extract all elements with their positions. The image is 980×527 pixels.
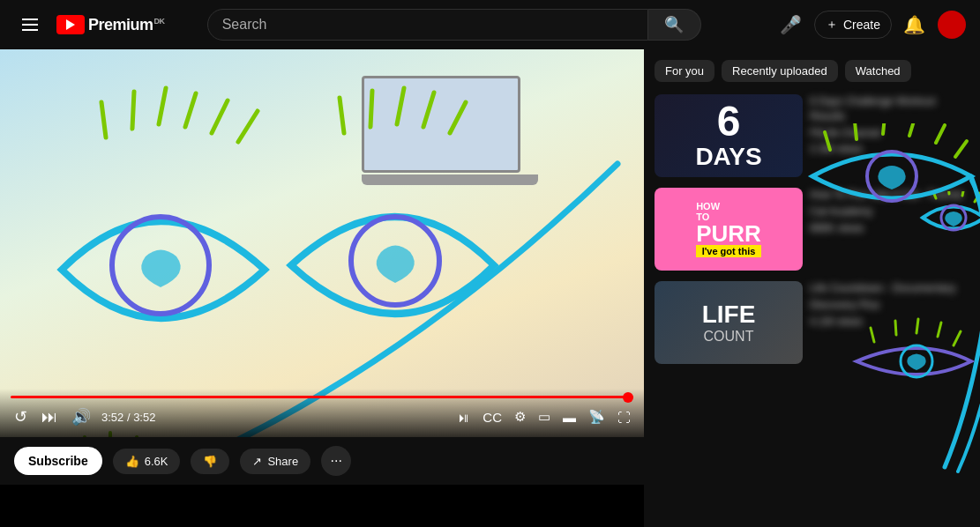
thumbnail-1: 6 DAYS [655, 94, 803, 177]
video-player[interactable]: ↺ ⏭ 🔊 3:52 / 3:52 ⏯ CC ⚙ ▭ ▬ 📡 ⛶ [0, 49, 644, 437]
logo-text: PremiumDK [88, 16, 165, 34]
like-button[interactable]: 👍 6.6K [113, 449, 181, 474]
plus-icon: ＋ [826, 17, 838, 33]
hamburger-icon [15, 11, 45, 38]
search-icon: 🔍 [664, 15, 684, 34]
video-info: Subscribe 👍 6.6K 👎 ↗ Share ··· [0, 437, 644, 485]
search-button[interactable]: 🔍 [648, 9, 701, 41]
share-button[interactable]: ↗ Share [240, 449, 310, 474]
sidebar-video-1[interactable]: 6 DAYS 6 Days Challenge Workout Results … [644, 89, 980, 182]
header: PremiumDK 🔍 🎤 ＋ Create 🔔 [0, 0, 980, 49]
skip-button[interactable]: ⏭ [38, 406, 61, 428]
sidebar-video-info-2: How To Purr Like A Cat - Tutorial Cat Ac… [810, 188, 969, 271]
volume-button[interactable]: 🔊 [68, 405, 94, 428]
sidebar-meta-1: FitLife Channel [810, 126, 969, 141]
settings-button[interactable]: ⚙ [512, 407, 528, 427]
more-actions-button[interactable]: ··· [321, 446, 351, 476]
subscribe-button[interactable]: Subscribe [14, 447, 102, 475]
right-controls: ⏯ CC ⚙ ▭ ▬ 📡 ⛶ [454, 407, 633, 427]
tab-for-you[interactable]: For you [655, 60, 714, 82]
tab-recently-uploaded[interactable]: Recently uploaded [722, 60, 838, 82]
header-actions: 🎤 ＋ Create 🔔 [775, 9, 966, 41]
video-area: ↺ ⏭ 🔊 3:52 / 3:52 ⏯ CC ⚙ ▭ ▬ 📡 ⛶ [0, 49, 644, 527]
progress-bar[interactable] [11, 396, 633, 398]
hamburger-menu[interactable] [14, 9, 46, 41]
sidebar-views-3: 4.1M views [810, 315, 969, 330]
sidebar-meta-3: Discovery Plus [810, 298, 969, 313]
progress-dot [623, 392, 633, 403]
bell-icon: 🔔 [903, 14, 925, 35]
progress-fill [11, 396, 633, 398]
search-bar [207, 9, 648, 41]
main-content: ↺ ⏭ 🔊 3:52 / 3:52 ⏯ CC ⚙ ▭ ▬ 📡 ⛶ [0, 49, 980, 527]
sidebar-views-2: 890K views [810, 221, 969, 236]
sidebar-video-3[interactable]: LIFE COUNT Life Countdown - Documentary … [644, 276, 980, 369]
autoplay-toggle[interactable]: ⏯ [454, 408, 473, 427]
laptop-illustration [362, 76, 538, 199]
fullscreen-button[interactable]: ⛶ [615, 408, 633, 427]
time-display: 3:52 / 3:52 [101, 411, 155, 424]
theater-button[interactable]: ▬ [560, 408, 579, 427]
notifications-button[interactable]: 🔔 [899, 9, 931, 41]
avatar[interactable] [938, 11, 966, 39]
logo[interactable]: PremiumDK [56, 15, 165, 34]
sidebar-title-3: Life Countdown - Documentary [810, 281, 969, 296]
share-icon: ↗ [252, 455, 262, 468]
video-background [0, 49, 644, 437]
cast-button[interactable]: 📡 [586, 407, 608, 427]
tab-watched[interactable]: Watched [845, 60, 911, 82]
sidebar-video-info-1: 6 Days Challenge Workout Results FitLife… [810, 94, 969, 177]
miniplayer-button[interactable]: ▭ [535, 407, 553, 427]
thumbs-up-icon: 👍 [125, 455, 139, 468]
sidebar-video-2[interactable]: HOWTO PURR I've got this How To Purr Lik… [644, 182, 980, 276]
sidebar-title-2: How To Purr Like A Cat - Tutorial [810, 188, 969, 203]
search-input[interactable] [222, 17, 633, 33]
svg-line-23 [975, 193, 980, 202]
thumbnail-2: HOWTO PURR I've got this [655, 188, 803, 271]
sidebar-title-1: 6 Days Challenge Workout Results [810, 94, 969, 124]
microphone-button[interactable]: 🎤 [775, 9, 807, 41]
sidebar-meta-2: Cat Academy [810, 204, 969, 219]
filter-tabs: For you Recently uploaded Watched [644, 56, 980, 89]
sidebar-video-info-3: Life Countdown - Documentary Discovery P… [810, 281, 969, 364]
dislike-button[interactable]: 👎 [191, 449, 229, 474]
sidebar-views-1: 2.3M views [810, 142, 969, 157]
thumbs-down-icon: 👎 [203, 455, 217, 468]
microphone-icon: 🎤 [780, 14, 802, 35]
subtitles-button[interactable]: CC [480, 408, 505, 427]
controls-row: ↺ ⏭ 🔊 3:52 / 3:52 ⏯ CC ⚙ ▭ ▬ 📡 ⛶ [11, 405, 633, 428]
thumbnail-3: LIFE COUNT [655, 281, 803, 364]
video-controls: ↺ ⏭ 🔊 3:52 / 3:52 ⏯ CC ⚙ ▭ ▬ 📡 ⛶ [0, 389, 644, 437]
youtube-logo-icon [56, 15, 85, 34]
create-button[interactable]: ＋ Create [814, 11, 892, 39]
search-area: 🔍 [207, 9, 701, 41]
sidebar: For you Recently uploaded Watched 6 DAYS… [644, 49, 980, 527]
video-actions: Subscribe 👍 6.6K 👎 ↗ Share ··· [14, 446, 630, 476]
replay-button[interactable]: ↺ [11, 405, 31, 428]
